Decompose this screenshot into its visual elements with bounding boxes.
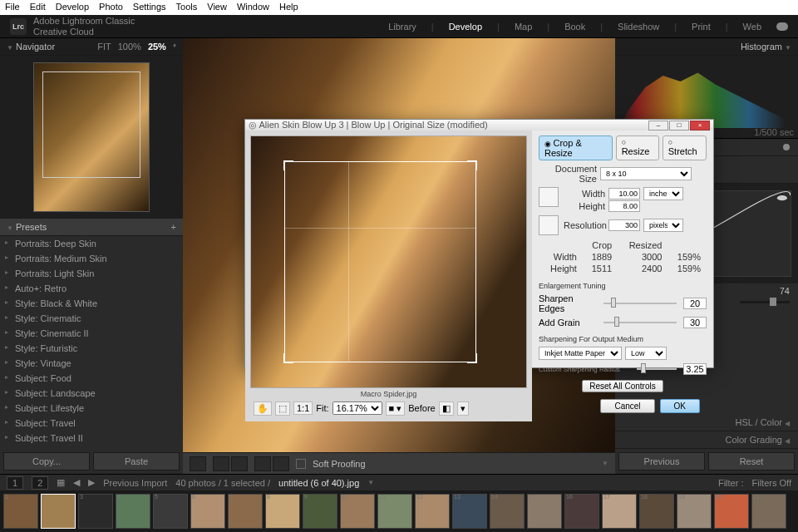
next-photo-icon[interactable]: ▶ [88, 477, 95, 488]
hand-tool-icon[interactable]: ✋ [254, 401, 272, 416]
loupe-view-icon[interactable] [190, 456, 206, 471]
resolution-units[interactable]: pixels/in [643, 219, 683, 232]
monitor-2[interactable]: 2 [32, 476, 48, 490]
curve-slider[interactable] [770, 298, 776, 306]
preset-item[interactable]: Auto+: Retro [0, 281, 183, 296]
menu-file[interactable]: File [5, 2, 20, 13]
filmstrip-thumb[interactable]: 7 [228, 494, 263, 529]
source-label[interactable]: Previous Import [103, 478, 167, 488]
preset-item[interactable]: Subject: Travel [0, 416, 183, 431]
settings-icon[interactable]: ▾ [457, 401, 469, 416]
filmstrip-thumb[interactable]: 19 [677, 494, 712, 529]
filmstrip-thumb[interactable]: 6 [190, 494, 225, 529]
compare-yy-icon[interactable] [273, 456, 289, 471]
radius-slider[interactable] [637, 368, 677, 370]
navigator-header[interactable]: ▼ Navigator FIT 100% 25% ♦ [0, 38, 183, 56]
width-input[interactable] [608, 188, 640, 200]
navigator-preview[interactable] [0, 56, 183, 219]
radius-value[interactable]: 3.25 [683, 363, 707, 375]
module-library[interactable]: Library [388, 22, 416, 32]
soft-proofing-checkbox[interactable] [296, 459, 306, 469]
crop-overlay[interactable] [284, 161, 476, 362]
height-input[interactable] [608, 200, 640, 212]
preset-item[interactable]: Subject: Landscape [0, 386, 183, 401]
menu-tools[interactable]: Tools [176, 2, 198, 13]
menu-view[interactable]: View [207, 2, 227, 13]
filmstrip-thumb[interactable]: 15 [527, 494, 562, 529]
paper-select[interactable]: Inkjet Matte Paper [539, 347, 622, 360]
resolution-input[interactable] [608, 219, 640, 231]
reset-button[interactable]: Reset [708, 452, 795, 470]
preset-item[interactable]: Subject: Travel II [0, 431, 183, 446]
tab-crop-resize[interactable]: ◉ Crop & Resize [539, 135, 613, 160]
compare-y-icon[interactable] [254, 456, 271, 471]
menu-edit[interactable]: Edit [30, 2, 46, 13]
filmstrip-thumb[interactable]: 11 [377, 494, 412, 529]
reset-all-button[interactable]: Reset All Controls [582, 380, 663, 392]
copy-button[interactable]: Copy... [3, 452, 90, 470]
preset-item[interactable]: Subject: Lifestyle [0, 401, 183, 416]
maximize-icon[interactable]: □ [669, 121, 689, 131]
amount-select[interactable]: Low [625, 347, 667, 360]
sharpen-slider[interactable] [603, 303, 677, 304]
toolbar-menu-icon[interactable]: ▼ [602, 460, 608, 467]
filter-value[interactable]: Filters Off [752, 478, 791, 488]
filmstrip-thumb[interactable]: 10 [340, 494, 375, 529]
close-icon[interactable]: × [690, 121, 710, 131]
doc-size-select[interactable]: 8 x 10 [600, 167, 692, 180]
grain-slider[interactable] [603, 322, 677, 323]
tab-resize[interactable]: ○ Resize [616, 135, 659, 160]
preset-item[interactable]: Style: Black & White [0, 296, 183, 311]
ratio-button[interactable]: 1:1 [293, 401, 313, 415]
cloud-sync-icon[interactable] [776, 22, 788, 31]
filmstrip-thumb[interactable]: 5 [153, 494, 188, 529]
nav-fit[interactable]: FIT [97, 42, 111, 52]
preset-item[interactable]: Portraits: Deep Skin [0, 236, 183, 251]
grid-icon[interactable]: ▦ [57, 477, 65, 488]
cancel-button[interactable]: Cancel [600, 399, 654, 413]
histogram-header[interactable]: Histogram ▼ [615, 38, 798, 56]
add-preset-icon[interactable]: + [171, 222, 176, 232]
filmstrip-thumb[interactable]: 8 [265, 494, 300, 529]
grain-value[interactable]: 30 [683, 317, 707, 328]
previous-button[interactable]: Previous [618, 452, 705, 470]
paste-button[interactable]: Paste [93, 452, 180, 470]
color-grading-header[interactable]: Color Grading ◀ [615, 431, 798, 449]
filmstrip-thumb[interactable]: 20 [714, 494, 749, 529]
filmstrip-thumb[interactable]: 16 [564, 494, 599, 529]
zoom-select[interactable]: 16.17% [332, 401, 382, 415]
before-after-icon[interactable]: ◧ [439, 401, 454, 416]
nav-100[interactable]: 100% [118, 42, 141, 52]
before-after-tb-icon[interactable] [231, 456, 248, 471]
filmstrip-thumb[interactable]: 21 [751, 494, 786, 529]
module-book[interactable]: Book [564, 22, 585, 32]
bg-color-icon[interactable]: ■ ▾ [386, 401, 406, 416]
file-menu-icon[interactable]: ▼ [367, 479, 374, 486]
filmstrip-thumb[interactable]: 4 [116, 494, 150, 529]
link-icon[interactable] [539, 215, 559, 235]
filmstrip-thumb[interactable]: 9 [303, 494, 337, 529]
filmstrip-thumb[interactable]: 17 [602, 494, 637, 529]
sharpen-value[interactable]: 20 [683, 298, 707, 309]
module-develop[interactable]: Develop [449, 22, 482, 32]
prev-photo-icon[interactable]: ◀ [73, 477, 80, 488]
preset-item[interactable]: Subject: Food [0, 371, 183, 386]
preset-item[interactable]: Style: Vintage [0, 356, 183, 371]
crop-tool-dlg-icon[interactable]: ⬚ [275, 401, 290, 416]
monitor-1[interactable]: 1 [7, 476, 23, 490]
preset-item[interactable]: Portraits: Medium Skin [0, 251, 183, 266]
orientation-icon[interactable] [539, 187, 559, 207]
nav-25[interactable]: 25% [148, 42, 166, 52]
preset-item[interactable]: Style: Futuristic [0, 341, 183, 356]
module-slideshow[interactable]: Slideshow [618, 22, 659, 32]
units-select[interactable]: inches [643, 187, 683, 200]
brush-tool-icon[interactable] [783, 144, 790, 150]
filmstrip-thumb[interactable]: 1 [3, 494, 38, 529]
filmstrip-thumb[interactable]: 12 [415, 494, 450, 529]
dialog-titlebar[interactable]: ◎ Alien Skin Blow Up 3 | Blow Up | Origi… [245, 120, 713, 131]
presets-header[interactable]: ▼ Presets + [0, 219, 183, 236]
menu-window[interactable]: Window [237, 2, 269, 13]
menu-help[interactable]: Help [279, 2, 298, 13]
module-print[interactable]: Print [692, 22, 711, 32]
menu-settings[interactable]: Settings [133, 2, 166, 13]
